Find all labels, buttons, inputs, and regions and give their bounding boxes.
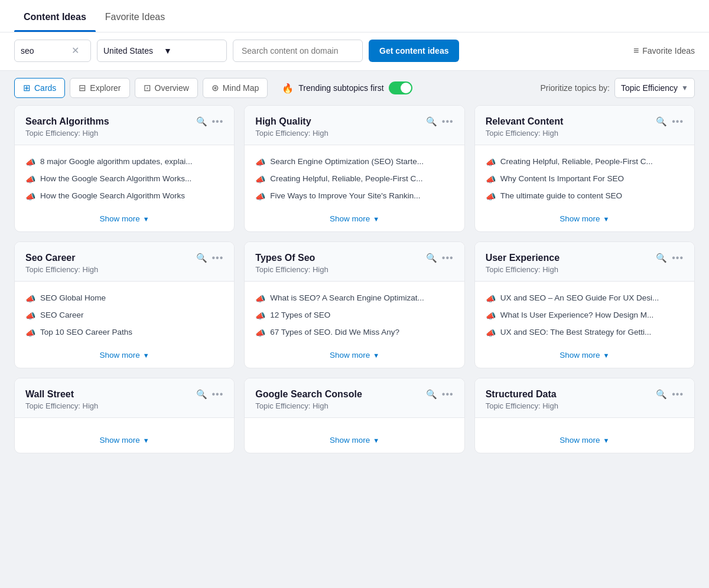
show-more-button[interactable]: Show more ▼ — [15, 207, 234, 231]
card-title: Seo Career — [25, 253, 98, 263]
show-more-button[interactable]: Show more ▼ — [475, 429, 694, 453]
card-item: 📣 12 Types of SEO — [255, 307, 453, 324]
tab-favorite-ideas[interactable]: Favorite Ideas — [96, 0, 174, 32]
domain-search-wrap — [233, 40, 363, 62]
card-title: Structured Data — [486, 389, 558, 400]
keyword-input[interactable] — [21, 46, 68, 55]
get-ideas-button[interactable]: Get content ideas — [369, 40, 459, 62]
card-efficiency: Topic Efficiency: High — [255, 401, 362, 410]
view-mindmap-button[interactable]: ⊛ Mind Map — [203, 78, 268, 98]
megaphone-icon: 📣 — [255, 192, 265, 201]
card-efficiency: Topic Efficiency: High — [25, 265, 98, 274]
view-explorer-button[interactable]: ⊟ Explorer — [70, 78, 129, 98]
more-icon[interactable]: ••• — [212, 253, 224, 263]
card-item-text: 8 major Google algorithm updates, explai… — [40, 157, 192, 166]
search-icon[interactable]: 🔍 — [196, 389, 207, 400]
card-item: 📣 Why Content Is Important For SEO — [486, 171, 684, 188]
card-item-text: Top 10 SEO Career Paths — [40, 328, 132, 337]
card-header: Types Of Seo Topic Efficiency: High 🔍 ••… — [245, 242, 464, 282]
more-icon[interactable]: ••• — [442, 389, 454, 400]
megaphone-icon: 📣 — [255, 175, 265, 184]
chevron-down-icon: ▼ — [373, 215, 379, 223]
card-item-text: The ultimate guide to content SEO — [500, 191, 622, 200]
card-title-block: Structured Data Topic Efficiency: High — [486, 389, 558, 410]
card: Google Search Console Topic Efficiency: … — [244, 378, 464, 453]
toolbar: ✕ United States ▼ Get content ideas ≡ Fa… — [0, 32, 709, 71]
megaphone-icon: 📣 — [25, 294, 35, 303]
card-body: 📣 UX and SEO – An SEO Guide For UX Desi.… — [475, 282, 694, 344]
more-icon[interactable]: ••• — [442, 253, 454, 263]
card-item-text: 67 Types of SEO. Did We Miss Any? — [270, 328, 399, 337]
search-icon[interactable]: 🔍 — [656, 389, 667, 400]
show-more-button[interactable]: Show more ▼ — [15, 429, 234, 453]
prioritize-select[interactable]: Topic Efficiency ▼ — [614, 78, 695, 98]
card-title-block: User Experience Topic Efficiency: High — [486, 253, 560, 274]
card-title-block: High Quality Topic Efficiency: High — [255, 116, 328, 138]
search-icon[interactable]: 🔍 — [656, 116, 667, 127]
chevron-down-icon: ▼ — [143, 215, 149, 223]
card-header: Google Search Console Topic Efficiency: … — [245, 378, 464, 418]
card: Types Of Seo Topic Efficiency: High 🔍 ••… — [244, 241, 464, 368]
megaphone-icon: 📣 — [255, 328, 265, 338]
card-efficiency: Topic Efficiency: High — [255, 265, 328, 274]
show-more-button[interactable]: Show more ▼ — [245, 429, 464, 453]
favorite-ideas-link[interactable]: ≡ Favorite Ideas — [633, 45, 695, 56]
search-icon[interactable]: 🔍 — [656, 253, 667, 263]
show-more-button[interactable]: Show more ▼ — [245, 207, 464, 231]
card: Search Algorithms Topic Efficiency: High… — [14, 105, 235, 232]
card: Relevant Content Topic Efficiency: High … — [474, 105, 695, 232]
more-icon[interactable]: ••• — [212, 389, 224, 400]
megaphone-icon: 📣 — [255, 158, 265, 167]
clear-icon[interactable]: ✕ — [71, 46, 79, 55]
view-cards-button[interactable]: ⊞ Cards — [14, 78, 65, 98]
domain-search-input[interactable] — [242, 46, 354, 55]
card-actions: 🔍 ••• — [656, 116, 684, 127]
chevron-down-icon: ▼ — [143, 437, 149, 444]
card-actions: 🔍 ••• — [426, 389, 454, 400]
card-header: Relevant Content Topic Efficiency: High … — [475, 106, 694, 145]
country-select[interactable]: United States ▼ — [97, 40, 227, 62]
search-icon[interactable]: 🔍 — [196, 253, 207, 263]
megaphone-icon: 📣 — [25, 175, 35, 184]
card-body — [15, 418, 234, 429]
card-actions: 🔍 ••• — [426, 116, 454, 127]
show-more-button[interactable]: Show more ▼ — [15, 344, 234, 368]
more-icon[interactable]: ••• — [212, 116, 224, 127]
view-overview-button[interactable]: ⊡ Overview — [135, 78, 198, 98]
card-item-text: Why Content Is Important For SEO — [500, 174, 624, 183]
chevron-down-icon: ▼ — [143, 352, 149, 359]
more-icon[interactable]: ••• — [672, 253, 684, 263]
search-icon[interactable]: 🔍 — [426, 116, 437, 127]
card-efficiency: Topic Efficiency: High — [486, 401, 558, 410]
card-item-text: How the Google Search Algorithm Works — [40, 191, 185, 200]
card-item-text: Five Ways to Improve Your Site's Rankin.… — [270, 191, 420, 200]
show-more-button[interactable]: Show more ▼ — [475, 344, 694, 368]
card-body: 📣 8 major Google algorithm updates, expl… — [15, 145, 234, 207]
app-container: Content Ideas Favorite Ideas ✕ United St… — [0, 0, 709, 588]
trending-toggle[interactable] — [389, 81, 412, 94]
card-item-text: 12 Types of SEO — [270, 311, 330, 319]
search-icon[interactable]: 🔍 — [426, 389, 437, 400]
card: Structured Data Topic Efficiency: High 🔍… — [474, 378, 695, 453]
card-efficiency: Topic Efficiency: High — [255, 129, 328, 138]
card-efficiency: Topic Efficiency: High — [25, 129, 109, 138]
show-more-button[interactable]: Show more ▼ — [245, 344, 464, 368]
megaphone-icon: 📣 — [486, 294, 496, 303]
grid-icon: ⊞ — [23, 83, 31, 93]
card-header: User Experience Topic Efficiency: High 🔍… — [475, 242, 694, 282]
card-item: 📣 UX and SEO – An SEO Guide For UX Desi.… — [486, 290, 684, 307]
more-icon[interactable]: ••• — [672, 116, 684, 127]
show-more-button[interactable]: Show more ▼ — [475, 207, 694, 231]
card-item-text: SEO Global Home — [40, 293, 106, 302]
card: Wall Street Topic Efficiency: High 🔍 •••… — [14, 378, 235, 453]
header: Content Ideas Favorite Ideas — [0, 0, 709, 32]
more-icon[interactable]: ••• — [672, 389, 684, 400]
tab-content-ideas[interactable]: Content Ideas — [14, 0, 96, 32]
search-icon[interactable]: 🔍 — [426, 253, 437, 263]
card-title-block: Wall Street Topic Efficiency: High — [25, 389, 98, 410]
card-header: Seo Career Topic Efficiency: High 🔍 ••• — [15, 242, 234, 282]
search-icon[interactable]: 🔍 — [196, 116, 207, 127]
more-icon[interactable]: ••• — [442, 116, 454, 127]
card-title: Google Search Console — [255, 389, 362, 400]
card-title: Search Algorithms — [25, 116, 109, 127]
